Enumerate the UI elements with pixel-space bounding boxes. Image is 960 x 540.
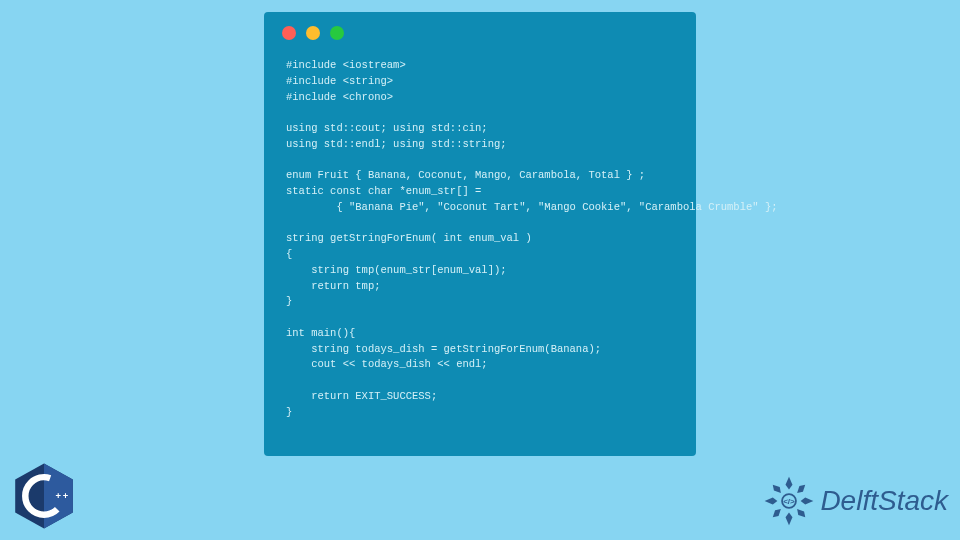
code-line: static const char *enum_str[] = xyxy=(286,185,481,197)
code-line: return EXIT_SUCCESS; xyxy=(286,390,437,402)
code-line: int main(){ xyxy=(286,327,355,339)
code-line: string todays_dish = getStringForEnum(Ba… xyxy=(286,343,601,355)
code-line: { "Banana Pie", "Coconut Tart", "Mango C… xyxy=(286,201,777,213)
code-line: #include <string> xyxy=(286,75,393,87)
svg-text:+: + xyxy=(56,491,62,501)
code-line: enum Fruit { Banana, Coconut, Mango, Car… xyxy=(286,169,645,181)
window-controls xyxy=(264,12,696,48)
maximize-icon xyxy=(330,26,344,40)
close-icon xyxy=(282,26,296,40)
brand-logo: </> DelftStack xyxy=(760,472,948,530)
code-content: #include <iostream> #include <string> #i… xyxy=(264,48,696,430)
brand-name: DelftStack xyxy=(820,485,948,517)
cpp-logo-icon: + + xyxy=(8,460,80,532)
code-line: { xyxy=(286,248,292,260)
code-line: using std::cout; using std::cin; xyxy=(286,122,488,134)
code-line: #include <iostream> xyxy=(286,59,406,71)
code-line: } xyxy=(286,295,292,307)
code-line: return tmp; xyxy=(286,280,381,292)
svg-text:+: + xyxy=(63,491,69,501)
code-line: cout << todays_dish << endl; xyxy=(286,358,488,370)
code-line: } xyxy=(286,406,292,418)
mandala-icon: </> xyxy=(760,472,818,530)
code-window: #include <iostream> #include <string> #i… xyxy=(264,12,696,456)
code-line: using std::endl; using std::string; xyxy=(286,138,507,150)
svg-text:</>: </> xyxy=(784,497,796,506)
code-line: string getStringForEnum( int enum_val ) xyxy=(286,232,532,244)
code-line: string tmp(enum_str[enum_val]); xyxy=(286,264,507,276)
code-line: #include <chrono> xyxy=(286,91,393,103)
minimize-icon xyxy=(306,26,320,40)
